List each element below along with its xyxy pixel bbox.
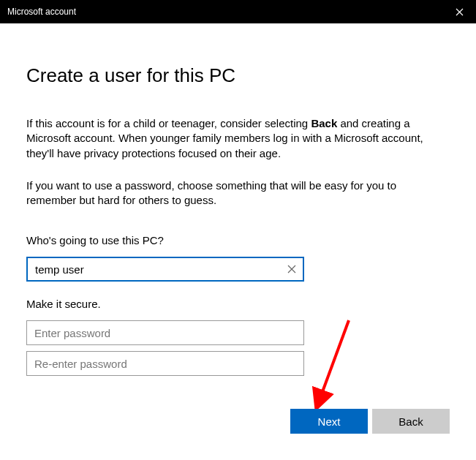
password-input[interactable] bbox=[26, 320, 304, 345]
titlebar: Microsoft account bbox=[0, 0, 476, 23]
page-title: Create a user for this PC bbox=[26, 64, 450, 87]
description-2: If you want to use a password, choose so… bbox=[26, 178, 447, 208]
desc-pre: If this account is for a child or teenag… bbox=[26, 117, 311, 129]
footer-buttons: Next Back bbox=[290, 409, 450, 434]
x-icon bbox=[287, 265, 296, 274]
secure-label: Make it secure. bbox=[26, 298, 450, 310]
reenter-password-input[interactable] bbox=[26, 351, 304, 376]
description-1: If this account is for a child or teenag… bbox=[26, 116, 447, 161]
clear-input-button[interactable] bbox=[281, 258, 303, 280]
window-title: Microsoft account bbox=[7, 7, 76, 17]
username-input-wrap bbox=[26, 257, 304, 282]
content-area: Create a user for this PC If this accoun… bbox=[0, 23, 476, 376]
desc-bold: Back bbox=[311, 117, 337, 129]
who-label: Who's going to use this PC? bbox=[26, 234, 450, 246]
close-button[interactable] bbox=[442, 0, 476, 23]
username-input[interactable] bbox=[26, 257, 304, 282]
close-icon bbox=[456, 8, 464, 16]
back-button[interactable]: Back bbox=[372, 409, 450, 434]
next-button[interactable]: Next bbox=[290, 409, 368, 434]
